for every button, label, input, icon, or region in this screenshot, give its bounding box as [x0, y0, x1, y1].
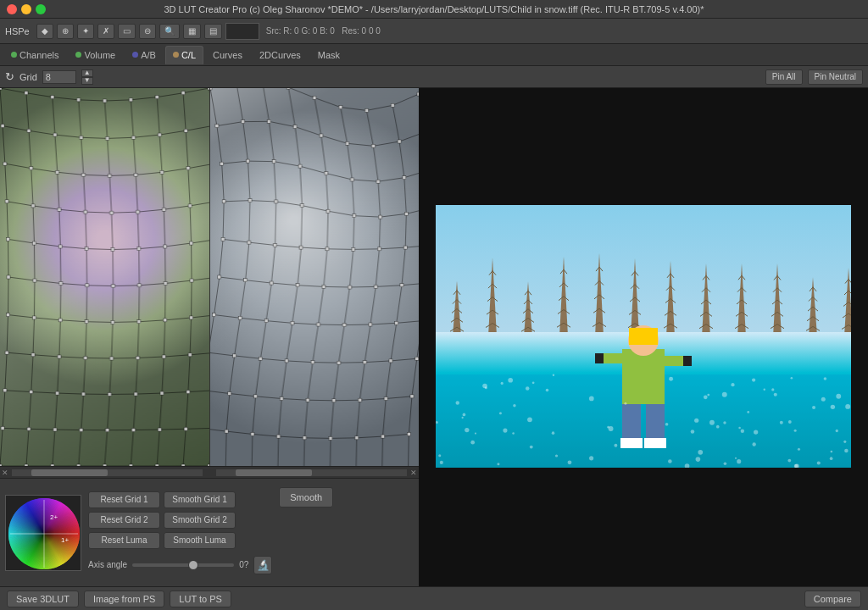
- axis-angle-label: Axis angle: [88, 560, 127, 569]
- footer: Save 3DLUT Image from PS LUT to PS Compa…: [0, 586, 868, 610]
- right-panel: [419, 88, 868, 586]
- scroll-thumb-1[interactable]: [31, 469, 108, 476]
- toolbar-btn-7[interactable]: 🔍: [159, 24, 180, 39]
- tab-dot: [173, 52, 179, 58]
- smooth-luma-button[interactable]: Smooth Luma: [164, 532, 236, 549]
- scroll-right-icon[interactable]: ✕: [409, 469, 419, 477]
- left-panel: ✕ ✕ Reset Grid 1 Smooth Grid 1: [0, 88, 419, 586]
- tab-ab[interactable]: A/B: [125, 46, 164, 64]
- smooth-button[interactable]: Smooth: [279, 487, 333, 507]
- mode-label: HSPe: [5, 26, 30, 36]
- src-info: Src: R: 0 G: 0 B: 0 Res: 0 0 0: [266, 26, 381, 36]
- smooth-grid-2-button[interactable]: Smooth Grid 2: [164, 512, 236, 529]
- toolbar-btn-4[interactable]: ✗: [97, 24, 114, 39]
- tab-channels[interactable]: Channels: [3, 46, 66, 64]
- close-button[interactable]: [7, 4, 17, 14]
- toolbar: HSPe ◆ ⊕ ✦ ✗ ▭ ⊖ 🔍 ▦ ▤ Src: R: 0 G: 0 B:…: [0, 19, 868, 44]
- scroll-track-2[interactable]: [216, 469, 407, 476]
- grid-label: Grid: [19, 72, 37, 82]
- tab-cl-label: C/L: [181, 50, 196, 60]
- photo-canvas: [436, 205, 851, 468]
- toolbar-btn-8[interactable]: ▦: [183, 24, 201, 39]
- pin-all-button[interactable]: Pin All: [765, 69, 803, 85]
- grid-decrement[interactable]: ▼: [81, 77, 93, 85]
- grid-panel-2[interactable]: [210, 88, 420, 466]
- scroll-left-icon[interactable]: ✕: [0, 469, 10, 477]
- toolbar-btn-9[interactable]: ▤: [204, 24, 222, 39]
- color-wheel: [5, 495, 81, 571]
- toolbar-btn-6[interactable]: ⊖: [139, 24, 156, 39]
- tab-cl[interactable]: C/L: [165, 46, 203, 64]
- tab-dot: [75, 52, 81, 58]
- toolbar-btn-5[interactable]: ▭: [118, 24, 136, 39]
- tab-volume[interactable]: Volume: [68, 46, 123, 64]
- tab-2dcurves[interactable]: 2DCurves: [252, 46, 309, 64]
- tab-curves[interactable]: Curves: [205, 46, 250, 64]
- scroll-area: ✕ ✕: [0, 466, 419, 478]
- pin-neutral-button[interactable]: Pin Neutral: [808, 69, 863, 85]
- photo-container: [436, 205, 851, 469]
- color-wheel-canvas: [6, 496, 81, 571]
- grid-canvas-2[interactable]: [210, 88, 420, 466]
- grid-area: [0, 88, 419, 466]
- image-from-ps-button[interactable]: Image from PS: [84, 591, 164, 607]
- tabs-row: Channels Volume A/B C/L Curves 2DCurves …: [0, 44, 868, 66]
- axis-slider[interactable]: [132, 563, 234, 567]
- tab-2dcurves-label: 2DCurves: [259, 50, 301, 60]
- btn-row-2: Reset Grid 2 Smooth Grid 2: [88, 512, 272, 529]
- compare-button[interactable]: Compare: [804, 591, 861, 607]
- grid-input[interactable]: [42, 70, 76, 84]
- reset-luma-button[interactable]: Reset Luma: [88, 532, 160, 549]
- tab-dot: [11, 52, 17, 58]
- tab-mask[interactable]: Mask: [310, 46, 348, 64]
- grid-stepper[interactable]: ▲ ▼: [81, 69, 93, 85]
- maximize-button[interactable]: [36, 4, 46, 14]
- color-preview: [225, 23, 259, 40]
- refresh-button[interactable]: ↻: [5, 70, 14, 83]
- traffic-lights: [7, 4, 46, 14]
- smooth-grid-1-button[interactable]: Smooth Grid 1: [164, 491, 236, 508]
- eyedropper-button[interactable]: 🔬: [253, 556, 272, 574]
- buttons-grid: Reset Grid 1 Smooth Grid 1 Reset Grid 2 …: [88, 491, 272, 574]
- bottom-panel: Reset Grid 1 Smooth Grid 1 Reset Grid 2 …: [0, 478, 419, 586]
- minimize-button[interactable]: [21, 4, 31, 14]
- scroll-thumb-2[interactable]: [236, 469, 312, 476]
- window-title: 3D LUT Creator Pro (c) Oleg Sharonov *DE…: [164, 4, 704, 14]
- tab-mask-label: Mask: [318, 50, 340, 60]
- toolbar-btn-3[interactable]: ✦: [77, 24, 94, 39]
- tab-channels-label: Channels: [19, 50, 58, 60]
- tab-curves-label: Curves: [213, 50, 242, 60]
- titlebar: 3D LUT Creator Pro (c) Oleg Sharonov *DE…: [0, 0, 868, 19]
- controls-row: ↻ Grid ▲ ▼ Pin All Pin Neutral: [0, 66, 868, 88]
- grid-panel-1[interactable]: [0, 88, 210, 466]
- axis-value: 0?: [239, 560, 248, 569]
- toolbar-btn-1[interactable]: ◆: [36, 24, 53, 39]
- tab-dot: [132, 52, 138, 58]
- scroll-track-1[interactable]: [12, 469, 203, 476]
- toolbar-btn-2[interactable]: ⊕: [57, 24, 74, 39]
- grid-canvas-1[interactable]: [0, 88, 209, 466]
- main: ✕ ✕ Reset Grid 1 Smooth Grid 1: [0, 88, 868, 586]
- reset-grid-1-button[interactable]: Reset Grid 1: [88, 491, 160, 508]
- axis-row: Axis angle 0? 🔬: [88, 556, 272, 574]
- tab-ab-label: A/B: [141, 50, 156, 60]
- btn-row-1: Reset Grid 1 Smooth Grid 1: [88, 491, 272, 508]
- axis-thumb[interactable]: [188, 560, 198, 570]
- save-3dlut-button[interactable]: Save 3DLUT: [7, 591, 79, 607]
- reset-grid-2-button[interactable]: Reset Grid 2: [88, 512, 160, 529]
- lut-to-ps-button[interactable]: LUT to PS: [170, 591, 231, 607]
- tab-volume-label: Volume: [84, 50, 115, 60]
- btn-row-3: Reset Luma Smooth Luma: [88, 532, 272, 549]
